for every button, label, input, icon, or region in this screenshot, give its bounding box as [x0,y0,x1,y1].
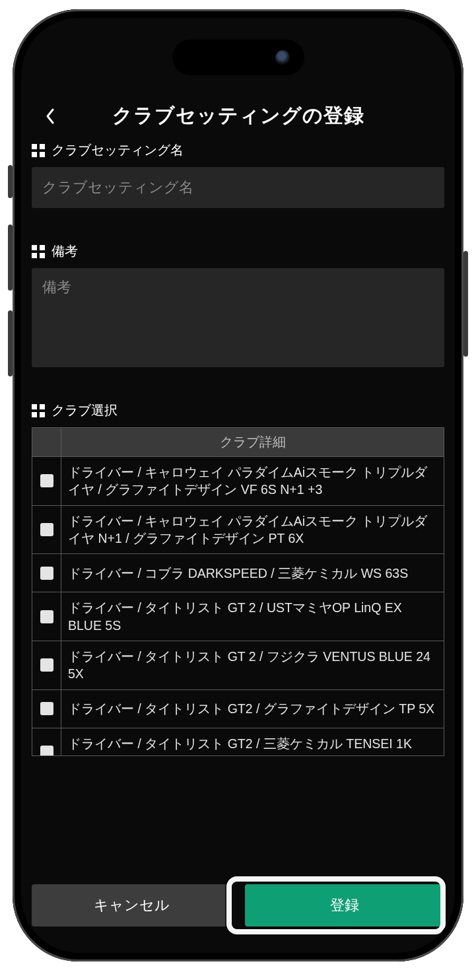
section-label-select: クラブ選択 [32,402,444,419]
row-checkbox-cell[interactable] [32,457,61,505]
table-row[interactable]: ドライバー / キャロウェイ パラダイムAiスモーク トリプルダイヤ / グラフ… [32,457,444,506]
club-table: クラブ詳細 ドライバー / キャロウェイ パラダイムAiスモーク トリプルダイヤ… [32,427,444,756]
row-checkbox-cell[interactable] [32,728,61,757]
phone-power-button [463,251,468,357]
cancel-button-label: キャンセル [94,895,170,915]
grid-icon [32,404,45,417]
cancel-button[interactable]: キャンセル [32,884,232,927]
phone-frame: クラブセッティングの登録 クラブセッティング名 備考 クラブ選択 [13,9,463,962]
app-root: クラブセッティングの登録 クラブセッティング名 備考 クラブ選択 [21,18,455,953]
section-label-notes: 備考 [32,242,444,260]
table-row[interactable]: ドライバー / タイトリスト GT2 / 三菱ケミカル TENSEI 1K bl… [32,728,444,757]
row-checkbox-cell[interactable] [32,506,61,554]
phone-volume-down [8,310,13,376]
bottom-bar: キャンセル 登録 [32,884,444,927]
table-row[interactable]: ドライバー / タイトリスト GT 2 / USTマミヤOP LinQ EX B… [32,592,444,641]
submit-button[interactable]: 登録 [245,884,445,927]
table-row[interactable]: ドライバー / タイトリスト GT2 / グラファイトデザイン TP 5X [32,690,444,728]
header: クラブセッティングの登録 [21,102,455,129]
name-label-text: クラブセッティング名 [51,141,184,159]
grid-icon [32,245,45,258]
notes-textarea[interactable] [32,268,444,367]
row-detail-cell: ドライバー / キャロウェイ パラダイムAiスモーク トリプルダイヤ / グラフ… [61,457,444,505]
row-detail-cell: ドライバー / キャロウェイ パラダイムAiスモーク トリプルダイヤ N+1 /… [61,506,444,554]
header-checkbox-col [32,428,61,456]
checkbox[interactable] [40,567,53,580]
grid-icon [32,144,45,157]
row-detail-cell: ドライバー / タイトリスト GT 2 / USTマミヤOP LinQ EX B… [61,592,444,641]
row-checkbox-cell[interactable] [32,592,61,641]
checkbox[interactable] [40,702,53,715]
notes-label-text: 備考 [51,242,78,260]
section-label-name: クラブセッティング名 [32,141,444,159]
checkbox[interactable] [40,658,53,672]
row-checkbox-cell[interactable] [32,690,61,728]
checkbox[interactable] [40,474,53,487]
header-detail-col: クラブ詳細 [61,428,444,456]
checkbox[interactable] [40,610,53,623]
checkbox[interactable] [40,746,53,756]
phone-screen: クラブセッティングの登録 クラブセッティング名 備考 クラブ選択 [21,18,455,953]
phone-volume-up [8,225,13,291]
checkbox[interactable] [40,523,53,536]
row-detail-cell: ドライバー / タイトリスト GT2 / 三菱ケミカル TENSEI 1K bl… [61,728,444,757]
club-table-body[interactable]: ドライバー / キャロウェイ パラダイムAiスモーク トリプルダイヤ / グラフ… [32,457,444,756]
club-setting-name-input[interactable] [32,167,444,208]
form-content: クラブセッティング名 備考 クラブ選択 クラブ詳細 [21,141,455,756]
table-row[interactable]: ドライバー / キャロウェイ パラダイムAiスモーク トリプルダイヤ N+1 /… [32,506,444,555]
row-detail-cell: ドライバー / タイトリスト GT 2 / フジクラ VENTUS BLUE 2… [61,641,444,689]
dynamic-island [172,40,304,75]
page-title: クラブセッティングの登録 [62,102,438,129]
table-row[interactable]: ドライバー / コブラ DARKSPEED / 三菱ケミカル WS 63S [32,554,444,592]
table-row[interactable]: ドライバー / タイトリスト GT 2 / フジクラ VENTUS BLUE 2… [32,641,444,690]
back-button[interactable] [38,104,62,128]
select-label-text: クラブ選択 [51,402,118,419]
club-table-header: クラブ詳細 [32,428,444,457]
row-checkbox-cell[interactable] [32,641,61,689]
row-detail-cell: ドライバー / コブラ DARKSPEED / 三菱ケミカル WS 63S [61,558,444,588]
row-detail-cell: ドライバー / タイトリスト GT2 / グラファイトデザイン TP 5X [61,693,444,724]
chevron-left-icon [46,108,55,124]
submit-button-label: 登録 [330,895,359,915]
row-checkbox-cell[interactable] [32,554,61,592]
phone-silent-switch [8,165,13,198]
